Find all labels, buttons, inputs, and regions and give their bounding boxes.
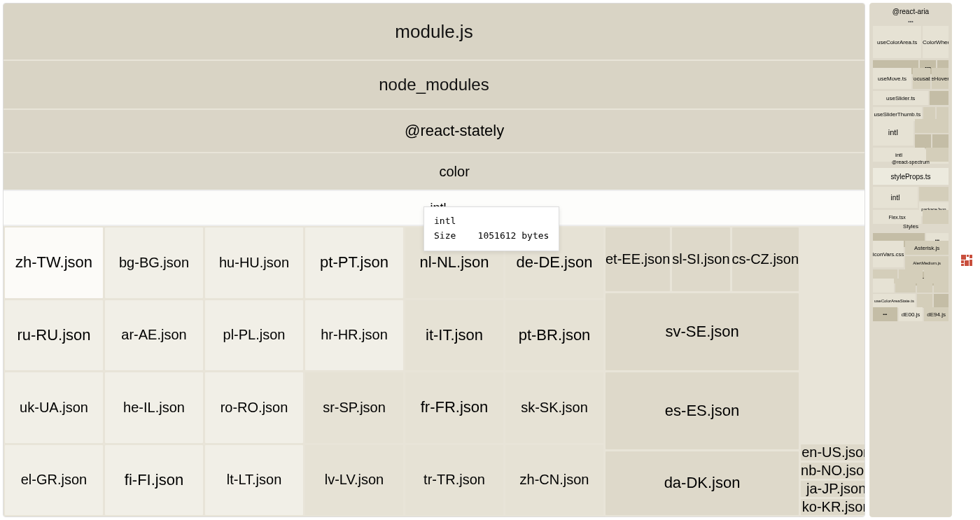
main-treemap[interactable]: module.js node_modules @react-stately co… — [3, 3, 865, 517]
treemap-cell[interactable]: el-GR.json — [5, 445, 103, 516]
treemap-cell[interactable]: dE00.js — [899, 307, 923, 321]
treemap-cell[interactable]: lv-LV.json — [305, 445, 403, 516]
treemap-cell[interactable]: lt-LT.json — [205, 445, 303, 516]
treemap-cell[interactable]: styleProps.ts — [873, 168, 948, 185]
react-spectrum-title: @react-spectrum — [873, 158, 948, 166]
styles-title: Styles — [873, 222, 948, 231]
treemap-cell[interactable]: bg-BG.json — [105, 227, 203, 298]
treemap-cell[interactable]: AlertMedium.js — [905, 256, 948, 270]
treemap-cell[interactable]: fr-FR.json — [405, 372, 503, 443]
treemap-cell[interactable] — [917, 279, 932, 293]
treemap-cell[interactable]: ru-RU.json — [5, 300, 103, 371]
treemap-cell[interactable]: intl — [873, 119, 913, 146]
treemap-cell[interactable] — [932, 134, 948, 148]
treemap-cell[interactable]: useColorWheel.ts — [923, 26, 948, 58]
svg-rect-1 — [967, 255, 969, 257]
treemap-cell[interactable] — [934, 279, 948, 293]
treemap-cell[interactable]: it-IT.json — [405, 300, 503, 371]
treemap-viewport: module.js node_modules @react-stately co… — [0, 0, 980, 520]
treemap-cell[interactable]: useMove.ts — [873, 68, 911, 89]
treemap-cell[interactable]: iconVars.css — [873, 241, 904, 267]
treemap-cell[interactable] — [917, 294, 932, 308]
treemap-cell[interactable] — [919, 187, 948, 201]
treemap-cell[interactable]: ••• — [873, 307, 897, 321]
treemap-cell[interactable]: pl-PL.json — [205, 300, 303, 371]
treemap-cell[interactable]: ko-KR.json — [801, 499, 865, 515]
treemap-cell[interactable] — [915, 119, 948, 133]
treemap-cell[interactable]: sl-SI.json — [672, 227, 729, 291]
treemap-cell[interactable]: sr-SP.json — [305, 372, 403, 443]
intl-files-grid: intl Size 1051612 bytes zh-TW.json bg-BG… — [4, 226, 865, 517]
node-modules-band[interactable]: node_modules — [4, 61, 864, 110]
treemap-cell[interactable]: tr-TR.json — [405, 445, 503, 516]
treemap-cell[interactable] — [895, 279, 916, 293]
treemap-cell[interactable]: useSlider.ts — [873, 91, 928, 105]
color-band[interactable]: color — [4, 153, 865, 191]
treemap-cell[interactable]: hr-HR.json — [305, 300, 403, 371]
treemap-cell[interactable]: pt-PT.json — [305, 227, 403, 298]
hover-tooltip: intl Size 1051612 bytes — [424, 206, 559, 251]
svg-rect-3 — [961, 260, 964, 263]
svg-rect-2 — [969, 255, 972, 258]
treemap-cell[interactable]: zh-TW.json — [5, 227, 103, 298]
react-aria-treemap[interactable]: @react-aria ••• useColorArea.ts useColor… — [869, 3, 952, 517]
svg-rect-4 — [965, 260, 969, 266]
treemap-cell[interactable]: en-US.json — [801, 444, 865, 461]
treemap-cell[interactable]: da-DK.json — [606, 451, 799, 515]
treemap-cell[interactable]: useColorArea.ts — [873, 26, 921, 58]
treemap-cell[interactable] — [930, 91, 948, 105]
treemap-cell[interactable]: intl — [873, 187, 918, 208]
treemap-cell[interactable]: ja-JP.json — [801, 481, 865, 497]
treemap-cell[interactable]: nb-NO.json — [801, 463, 865, 479]
svg-rect-5 — [969, 260, 972, 266]
treemap-cell[interactable]: useFocusable.ts — [913, 68, 930, 89]
minimap-icon[interactable] — [961, 255, 972, 266]
react-aria-title: @react-aria — [873, 6, 948, 17]
treemap-cell[interactable]: ar-AE.json — [105, 300, 203, 371]
treemap-cell[interactable]: et-EE.json — [606, 227, 670, 291]
treemap-cell[interactable]: ro-RO.json — [205, 372, 303, 443]
treemap-cell[interactable]: he-IL.json — [105, 372, 203, 443]
react-stately-band[interactable]: @react-stately — [4, 110, 865, 153]
treemap-cell[interactable] — [873, 279, 894, 293]
treemap-cell[interactable]: sk-SK.json — [505, 372, 603, 443]
root-node-module-js[interactable]: module.js — [4, 3, 864, 61]
treemap-cell[interactable]: useHover.ts — [932, 68, 948, 89]
treemap-cell[interactable] — [915, 134, 931, 148]
svg-rect-0 — [961, 255, 966, 260]
treemap-cell[interactable]: hu-HU.json — [205, 227, 303, 298]
treemap-cell[interactable]: useColorAreaState.ts — [873, 294, 916, 308]
treemap-cell[interactable]: fi-FI.json — [105, 445, 203, 516]
treemap-cell[interactable]: sv-SE.json — [606, 293, 799, 370]
svg-rect-6 — [961, 264, 964, 266]
treemap-cell[interactable]: Asterisk.js — [905, 241, 948, 255]
treemap-cell[interactable]: es-ES.json — [606, 372, 799, 449]
treemap-cell[interactable]: uk-UA.json — [5, 372, 103, 443]
treemap-cell[interactable]: zh-CN.json — [505, 445, 603, 516]
far-right-gutter — [956, 3, 977, 517]
treemap-cell[interactable]: pt-BR.json — [505, 300, 603, 371]
treemap-cell[interactable]: cs-CZ.json — [732, 227, 799, 291]
treemap-cell[interactable]: dE94.js — [924, 307, 948, 321]
treemap-cell[interactable] — [934, 294, 948, 308]
